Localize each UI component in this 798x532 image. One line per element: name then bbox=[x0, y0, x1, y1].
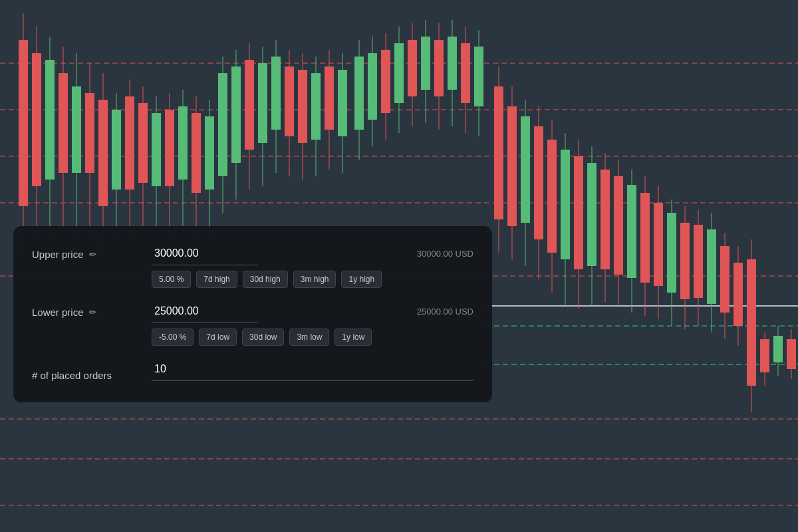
lower-price-row: Lower price ✏ 25000.00 USD -5.00 % 7d lo… bbox=[32, 300, 473, 346]
upper-price-pct-btn[interactable]: 5.00 % bbox=[152, 271, 191, 288]
upper-price-label-text: Upper price bbox=[32, 249, 84, 260]
svg-rect-56 bbox=[298, 70, 307, 143]
svg-rect-78 bbox=[448, 37, 457, 90]
svg-rect-94 bbox=[561, 150, 570, 259]
svg-rect-58 bbox=[311, 73, 321, 140]
svg-rect-120 bbox=[733, 263, 743, 326]
svg-rect-48 bbox=[245, 60, 254, 150]
svg-rect-88 bbox=[521, 116, 530, 223]
svg-rect-108 bbox=[654, 203, 663, 286]
svg-rect-30 bbox=[125, 96, 134, 190]
svg-rect-42 bbox=[205, 116, 214, 190]
svg-rect-128 bbox=[787, 339, 796, 369]
lower-price-edit-icon[interactable]: ✏ bbox=[89, 307, 96, 317]
svg-rect-14 bbox=[19, 40, 28, 206]
upper-price-input-group: 30000.00 USD 5.00 % 7d high 30d high 3m … bbox=[152, 242, 473, 288]
svg-rect-22 bbox=[72, 86, 81, 173]
upper-price-presets: 5.00 % 7d high 30d high 3m high 1y high bbox=[152, 271, 473, 288]
upper-price-input-row: 30000.00 USD bbox=[152, 242, 473, 265]
svg-rect-34 bbox=[152, 113, 161, 186]
upper-price-1y-high-btn[interactable]: 1y high bbox=[341, 271, 382, 288]
svg-rect-74 bbox=[421, 37, 430, 90]
lower-price-input-row: 25000.00 USD bbox=[152, 300, 473, 323]
orders-row: # of placed orders bbox=[32, 358, 473, 386]
lower-price-presets: -5.00 % 7d low 30d low 3m low 1y low bbox=[152, 329, 473, 346]
svg-rect-126 bbox=[773, 336, 783, 362]
svg-rect-38 bbox=[178, 106, 188, 180]
svg-rect-76 bbox=[434, 40, 444, 96]
upper-price-label: Upper price ✏ bbox=[32, 242, 152, 260]
svg-rect-28 bbox=[112, 110, 121, 190]
svg-rect-52 bbox=[271, 57, 281, 130]
svg-rect-84 bbox=[494, 86, 503, 219]
svg-rect-112 bbox=[680, 223, 690, 299]
svg-rect-96 bbox=[574, 156, 583, 269]
svg-rect-66 bbox=[368, 53, 377, 120]
svg-rect-20 bbox=[59, 73, 68, 173]
svg-rect-62 bbox=[338, 70, 347, 136]
upper-price-7d-high-btn[interactable]: 7d high bbox=[196, 271, 237, 288]
lower-price-label-text: Lower price bbox=[32, 307, 84, 318]
svg-rect-86 bbox=[507, 106, 517, 226]
svg-rect-102 bbox=[614, 176, 623, 275]
upper-price-edit-icon[interactable]: ✏ bbox=[89, 249, 96, 259]
svg-rect-104 bbox=[627, 185, 636, 278]
svg-rect-44 bbox=[218, 73, 227, 176]
lower-price-7d-low-btn[interactable]: 7d low bbox=[199, 329, 237, 346]
svg-rect-32 bbox=[138, 103, 148, 183]
svg-rect-124 bbox=[760, 339, 769, 372]
svg-rect-72 bbox=[408, 40, 417, 96]
orders-input[interactable] bbox=[152, 358, 473, 381]
svg-rect-68 bbox=[381, 50, 390, 113]
svg-rect-118 bbox=[720, 246, 730, 313]
svg-rect-26 bbox=[98, 100, 108, 206]
svg-rect-40 bbox=[192, 113, 201, 193]
upper-price-3m-high-btn[interactable]: 3m high bbox=[293, 271, 336, 288]
upper-price-input[interactable] bbox=[152, 242, 258, 265]
lower-price-3m-low-btn[interactable]: 3m low bbox=[289, 329, 329, 346]
price-settings-panel: Upper price ✏ 30000.00 USD 5.00 % 7d hig… bbox=[13, 226, 492, 402]
orders-label-text: # of placed orders bbox=[32, 370, 112, 381]
svg-rect-90 bbox=[534, 126, 543, 239]
svg-rect-36 bbox=[165, 110, 174, 186]
svg-rect-60 bbox=[325, 66, 334, 130]
svg-rect-54 bbox=[285, 66, 294, 136]
lower-price-usd: 25000.00 USD bbox=[417, 307, 473, 317]
svg-rect-18 bbox=[45, 60, 55, 180]
svg-rect-70 bbox=[394, 43, 404, 103]
lower-price-pct-btn[interactable]: -5.00 % bbox=[152, 329, 194, 346]
svg-rect-50 bbox=[258, 63, 267, 143]
upper-price-row: Upper price ✏ 30000.00 USD 5.00 % 7d hig… bbox=[32, 242, 473, 288]
svg-rect-16 bbox=[32, 53, 41, 186]
svg-rect-24 bbox=[85, 93, 94, 173]
svg-rect-64 bbox=[354, 57, 364, 130]
svg-rect-80 bbox=[461, 43, 470, 103]
lower-price-input[interactable] bbox=[152, 300, 258, 323]
svg-rect-110 bbox=[667, 213, 676, 293]
orders-label: # of placed orders bbox=[32, 363, 152, 381]
svg-rect-100 bbox=[600, 170, 610, 269]
svg-rect-106 bbox=[640, 193, 650, 283]
svg-rect-46 bbox=[231, 66, 241, 163]
orders-input-group bbox=[152, 358, 473, 386]
svg-rect-92 bbox=[547, 140, 557, 253]
svg-rect-122 bbox=[747, 259, 756, 386]
svg-rect-114 bbox=[694, 225, 703, 298]
lower-price-label: Lower price ✏ bbox=[32, 300, 152, 318]
svg-rect-116 bbox=[707, 229, 716, 304]
lower-price-input-group: 25000.00 USD -5.00 % 7d low 30d low 3m l… bbox=[152, 300, 473, 346]
svg-rect-98 bbox=[587, 163, 597, 266]
orders-input-row bbox=[152, 358, 473, 381]
upper-price-30d-high-btn[interactable]: 30d high bbox=[243, 271, 288, 288]
lower-price-30d-low-btn[interactable]: 30d low bbox=[242, 329, 284, 346]
upper-price-usd: 30000.00 USD bbox=[417, 249, 473, 259]
svg-rect-82 bbox=[474, 47, 483, 106]
lower-price-1y-low-btn[interactable]: 1y low bbox=[334, 329, 372, 346]
